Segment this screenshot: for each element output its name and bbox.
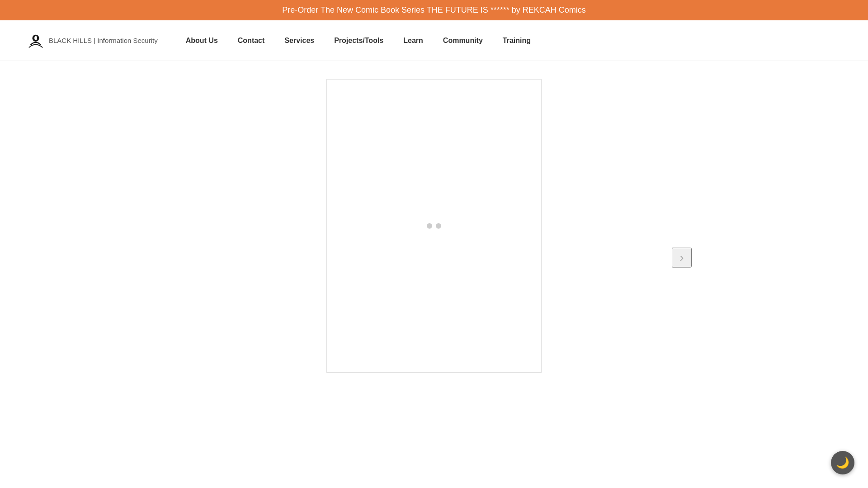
nav-item-training[interactable]: Training	[493, 23, 541, 58]
nav-link-projects[interactable]: Projects/Tools	[324, 23, 393, 58]
nav-item-learn[interactable]: Learn	[393, 23, 433, 58]
content-slideshow	[326, 79, 542, 373]
main-nav: About Us Contact Services Projects/Tools…	[176, 23, 541, 58]
nav-item-projects[interactable]: Projects/Tools	[324, 23, 393, 58]
nav-item-community[interactable]: Community	[433, 23, 493, 58]
main-content: ›	[0, 61, 868, 454]
promo-banner[interactable]: Pre-Order The New Comic Book Series THE …	[0, 0, 868, 20]
nav-item-contact[interactable]: Contact	[228, 23, 275, 58]
loading-indicator	[427, 223, 441, 229]
loading-dot-1	[427, 223, 432, 229]
site-header: BLACK HILLS | Information Security About…	[0, 20, 868, 61]
nav-list: About Us Contact Services Projects/Tools…	[176, 23, 541, 58]
dark-mode-toggle-button[interactable]: 🌙	[831, 451, 854, 474]
nav-item-about[interactable]: About Us	[176, 23, 228, 58]
promo-banner-link[interactable]: Pre-Order The New Comic Book Series THE …	[282, 5, 586, 14]
nav-link-services[interactable]: Services	[274, 23, 324, 58]
nav-link-training[interactable]: Training	[493, 23, 541, 58]
nav-item-services[interactable]: Services	[274, 23, 324, 58]
svg-point-1	[34, 36, 37, 40]
moon-icon: 🌙	[836, 456, 849, 469]
next-arrow-button[interactable]: ›	[672, 248, 692, 267]
nav-link-contact[interactable]: Contact	[228, 23, 275, 58]
loading-dot-2	[436, 223, 441, 229]
site-logo[interactable]: BLACK HILLS | Information Security	[27, 32, 158, 49]
nav-link-about[interactable]: About Us	[176, 23, 228, 58]
nav-link-community[interactable]: Community	[433, 23, 493, 58]
nav-link-learn[interactable]: Learn	[393, 23, 433, 58]
chevron-right-icon: ›	[679, 250, 684, 265]
logo-icon	[27, 32, 44, 49]
logo-brand: BLACK HILLS	[49, 37, 92, 44]
logo-text: BLACK HILLS | Information Security	[49, 37, 158, 45]
logo-subtitle: | Information Security	[94, 37, 157, 44]
